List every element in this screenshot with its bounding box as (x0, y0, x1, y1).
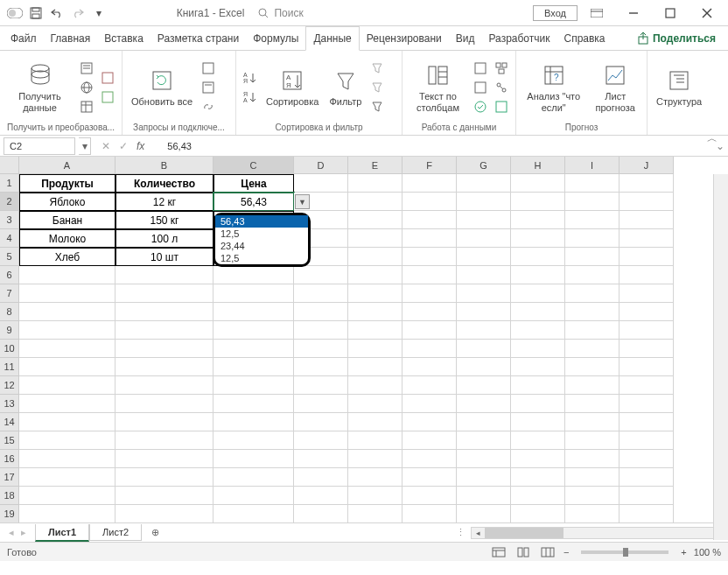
existing-conn-icon[interactable] (99, 88, 116, 106)
cell-G3[interactable] (457, 211, 511, 229)
cell-G9[interactable] (457, 321, 511, 340)
cell-B8[interactable] (116, 303, 214, 321)
remove-dup-icon[interactable] (472, 79, 489, 96)
scroll-thumb[interactable] (485, 528, 564, 538)
row-header-9[interactable]: 9 (0, 321, 19, 340)
cell-E16[interactable] (348, 450, 402, 468)
cell-G13[interactable] (457, 395, 511, 413)
cell-G15[interactable] (457, 431, 511, 450)
tab-review[interactable]: Рецензировани (360, 26, 449, 50)
cell-I5[interactable] (565, 248, 620, 266)
clear-filter-icon[interactable] (368, 60, 386, 77)
cell-J10[interactable] (620, 340, 674, 358)
sort-button[interactable]: AЯ Сортировка (262, 65, 322, 109)
cell-A15[interactable] (19, 431, 116, 450)
row-header-5[interactable]: 5 (0, 248, 19, 266)
cell-F17[interactable] (402, 468, 457, 487)
cell-A1[interactable]: Продукты (19, 174, 116, 193)
cell-A9[interactable] (19, 321, 116, 340)
cell-F4[interactable] (402, 229, 457, 248)
dropdown-item-3[interactable]: 12,5 (215, 252, 308, 264)
cell-A17[interactable] (19, 468, 116, 487)
refresh-all-button[interactable]: Обновить все (128, 65, 196, 109)
cell-G2[interactable] (457, 193, 511, 211)
col-header-D[interactable]: D (294, 157, 348, 174)
add-sheet-button[interactable]: ⊕ (145, 523, 164, 543)
cell-D6[interactable] (294, 266, 348, 284)
cell-H3[interactable] (511, 211, 565, 229)
tab-file[interactable]: Файл (4, 26, 44, 50)
cell-G19[interactable] (457, 505, 511, 522)
cell-E12[interactable] (348, 376, 402, 395)
share-button[interactable]: Поделиться (628, 26, 724, 50)
cell-H15[interactable] (511, 431, 565, 450)
cell-I8[interactable] (565, 303, 620, 321)
cell-B7[interactable] (116, 284, 214, 303)
cell-A4[interactable]: Молоко (19, 229, 116, 248)
cell-J4[interactable] (620, 229, 674, 248)
tab-insert[interactable]: Вставка (97, 26, 150, 50)
get-data-button[interactable]: Получить данные (5, 60, 74, 114)
cancel-formula-icon[interactable]: ✕ (102, 140, 110, 152)
cell-H7[interactable] (511, 284, 565, 303)
cell-F5[interactable] (402, 248, 457, 266)
cell-G12[interactable] (457, 376, 511, 395)
cell-B3[interactable]: 150 кг (116, 211, 214, 229)
row-header-11[interactable]: 11 (0, 358, 19, 376)
col-header-A[interactable]: A (19, 157, 116, 174)
cell-B5[interactable]: 10 шт (116, 248, 214, 266)
page-break-view-icon[interactable] (539, 545, 556, 559)
cell-I10[interactable] (565, 340, 620, 358)
cell-E3[interactable] (348, 211, 402, 229)
data-model-icon[interactable] (493, 98, 510, 116)
cell-D8[interactable] (294, 303, 348, 321)
cell-G10[interactable] (457, 340, 511, 358)
cell-B4[interactable]: 100 л (116, 229, 214, 248)
cell-I7[interactable] (565, 284, 620, 303)
queries-conn-icon[interactable] (200, 60, 217, 77)
cell-H19[interactable] (511, 505, 565, 522)
cell-A5[interactable]: Хлеб (19, 248, 116, 266)
cell-G1[interactable] (457, 174, 511, 193)
zoom-in-button[interactable]: + (681, 547, 686, 557)
row-header-7[interactable]: 7 (0, 284, 19, 303)
cell-H13[interactable] (511, 395, 565, 413)
row-header-15[interactable]: 15 (0, 431, 19, 450)
from-web-icon[interactable] (78, 79, 95, 96)
cell-A13[interactable] (19, 395, 116, 413)
select-all-corner[interactable] (0, 157, 19, 174)
cell-G18[interactable] (457, 487, 511, 505)
cell-H16[interactable] (511, 450, 565, 468)
cell-A16[interactable] (19, 450, 116, 468)
cell-E11[interactable] (348, 358, 402, 376)
horizontal-scrollbar[interactable]: ◂ ▸ (471, 527, 724, 539)
tab-view[interactable]: Вид (449, 26, 482, 50)
text-to-columns-button[interactable]: Текст по столбцам (408, 60, 468, 114)
cell-C16[interactable] (214, 450, 294, 468)
cell-I11[interactable] (565, 358, 620, 376)
cell-F19[interactable] (402, 505, 457, 522)
cell-E19[interactable] (348, 505, 402, 522)
cell-B2[interactable]: 12 кг (116, 193, 214, 211)
cell-I19[interactable] (565, 505, 620, 522)
row-header-12[interactable]: 12 (0, 376, 19, 395)
col-header-H[interactable]: H (511, 157, 565, 174)
cell-H9[interactable] (511, 321, 565, 340)
cell-J16[interactable] (620, 450, 674, 468)
validation-dropdown[interactable]: 56,4312,523,4412,5 (213, 213, 311, 267)
cell-E6[interactable] (348, 266, 402, 284)
login-button[interactable]: Вход (533, 5, 578, 21)
cell-B12[interactable] (116, 376, 214, 395)
data-validation-icon[interactable] (472, 98, 489, 116)
cell-H17[interactable] (511, 468, 565, 487)
row-header-16[interactable]: 16 (0, 450, 19, 468)
consolidate-icon[interactable] (493, 60, 510, 77)
cell-C15[interactable] (214, 431, 294, 450)
row-header-14[interactable]: 14 (0, 413, 19, 431)
cell-B9[interactable] (116, 321, 214, 340)
tab-help[interactable]: Справка (556, 26, 612, 50)
cell-D12[interactable] (294, 376, 348, 395)
forecast-sheet-button[interactable]: Лист прогноза (589, 60, 641, 114)
cell-I18[interactable] (565, 487, 620, 505)
cell-C2[interactable]: 56,43 (214, 193, 294, 211)
